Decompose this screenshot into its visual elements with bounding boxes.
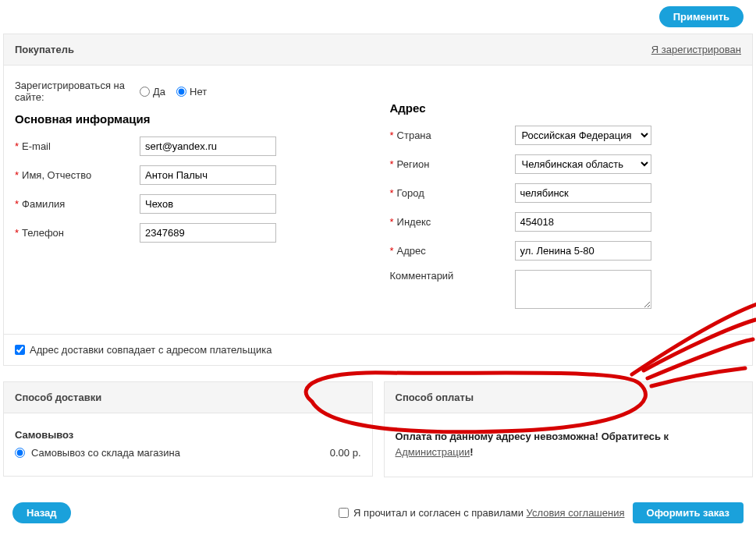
- register-yes-text: Да: [153, 86, 165, 97]
- register-no-radio[interactable]: [176, 87, 186, 97]
- same-address-checkbox[interactable]: [15, 345, 25, 355]
- phone-label: *Телефон: [15, 227, 140, 239]
- register-no-text: Нет: [190, 86, 207, 97]
- pickup-option-row: Самовывоз со склада магазина 0.00 р.: [15, 447, 361, 459]
- submit-order-button[interactable]: Оформить заказ: [633, 502, 744, 523]
- name-row: *Имя, Отчество: [15, 165, 367, 185]
- country-row: *Страна Российская Федерация: [390, 126, 742, 145]
- comment-row: Комментарий: [390, 270, 742, 309]
- country-label: *Страна: [390, 129, 515, 141]
- agree-text: Я прочитал и согласен с правилами Услови…: [353, 507, 624, 519]
- name-label: *Имя, Отчество: [15, 169, 140, 181]
- form-right-column: Адрес *Страна Российская Федерация *Реги…: [390, 80, 742, 318]
- region-select[interactable]: Челябинская область: [515, 154, 651, 174]
- register-on-site-label: Зарегистрироваться на сайте:: [15, 80, 140, 103]
- register-yes-radio[interactable]: [140, 87, 150, 97]
- surname-field[interactable]: [140, 194, 276, 214]
- payment-header: Способ оплаты: [384, 381, 754, 413]
- city-field[interactable]: [515, 183, 651, 203]
- index-row: *Индекс: [390, 212, 742, 232]
- admin-link[interactable]: Администрации: [396, 446, 470, 458]
- buyer-section-header: Покупатель Я зарегистрирован: [3, 34, 753, 66]
- email-label: *E-mail: [15, 140, 140, 152]
- apply-button[interactable]: Применить: [659, 6, 744, 27]
- region-row: *Регион Челябинская область: [390, 154, 742, 174]
- delivery-column: Способ доставки Самовывоз Самовывоз со с…: [3, 381, 373, 477]
- addr-field[interactable]: [515, 241, 651, 261]
- email-row: *E-mail: [15, 136, 367, 156]
- payment-column: Способ оплаты Оплата по данному адресу н…: [384, 381, 754, 477]
- payment-error-message: Оплата по данному адресу невозможна! Обр…: [396, 429, 742, 459]
- top-apply-bar: Применить: [3, 0, 753, 34]
- back-button[interactable]: Назад: [12, 502, 71, 523]
- pickup-title: Самовывоз: [15, 429, 361, 441]
- addr-label: *Адрес: [390, 245, 515, 257]
- comment-label: Комментарий: [390, 270, 515, 282]
- register-yes-label[interactable]: Да: [140, 86, 165, 97]
- register-no-label[interactable]: Нет: [176, 86, 207, 97]
- main-info-heading: Основная информация: [15, 112, 367, 126]
- index-field[interactable]: [515, 212, 651, 232]
- delivery-payment-row: Способ доставки Самовывоз Самовывоз со с…: [3, 381, 753, 477]
- already-registered-link[interactable]: Я зарегистрирован: [651, 44, 741, 55]
- phone-field[interactable]: [140, 223, 276, 243]
- name-field[interactable]: [140, 165, 276, 185]
- agree-block: Я прочитал и согласен с правилами Услови…: [71, 502, 744, 523]
- buyer-title: Покупатель: [15, 44, 74, 55]
- payment-box: Оплата по данному адресу невозможна! Обр…: [384, 413, 754, 477]
- register-on-site-row: Зарегистрироваться на сайте: Да Нет: [15, 80, 367, 103]
- country-select[interactable]: Российская Федерация: [515, 126, 651, 145]
- city-row: *Город: [390, 183, 742, 203]
- terms-link[interactable]: Условия соглашения: [527, 507, 625, 519]
- agree-checkbox[interactable]: [339, 508, 349, 518]
- address-heading: Адрес: [390, 101, 742, 115]
- bottom-bar: Назад Я прочитал и согласен с правилами …: [3, 477, 753, 553]
- pickup-option-label: Самовывоз со склада магазина: [31, 447, 180, 459]
- same-address-label: Адрес доставки совпадает с адресом плате…: [30, 344, 272, 356]
- addr-row: *Адрес: [390, 241, 742, 261]
- form-left-column: Зарегистрироваться на сайте: Да Нет Осно…: [15, 80, 367, 318]
- delivery-box: Самовывоз Самовывоз со склада магазина 0…: [3, 413, 373, 477]
- pickup-price: 0.00 р.: [330, 447, 361, 459]
- index-label: *Индекс: [390, 216, 515, 228]
- delivery-header: Способ доставки: [3, 381, 373, 413]
- comment-field[interactable]: [515, 270, 651, 309]
- pickup-radio[interactable]: [15, 448, 25, 458]
- form-area: Зарегистрироваться на сайте: Да Нет Осно…: [3, 66, 753, 335]
- phone-row: *Телефон: [15, 223, 367, 243]
- city-label: *Город: [390, 187, 515, 199]
- email-field[interactable]: [140, 136, 276, 156]
- surname-label: *Фамилия: [15, 198, 140, 210]
- surname-row: *Фамилия: [15, 194, 367, 214]
- same-address-row: Адрес доставки совпадает с адресом плате…: [3, 335, 753, 366]
- register-radio-group: Да Нет: [140, 86, 207, 97]
- region-label: *Регион: [390, 158, 515, 170]
